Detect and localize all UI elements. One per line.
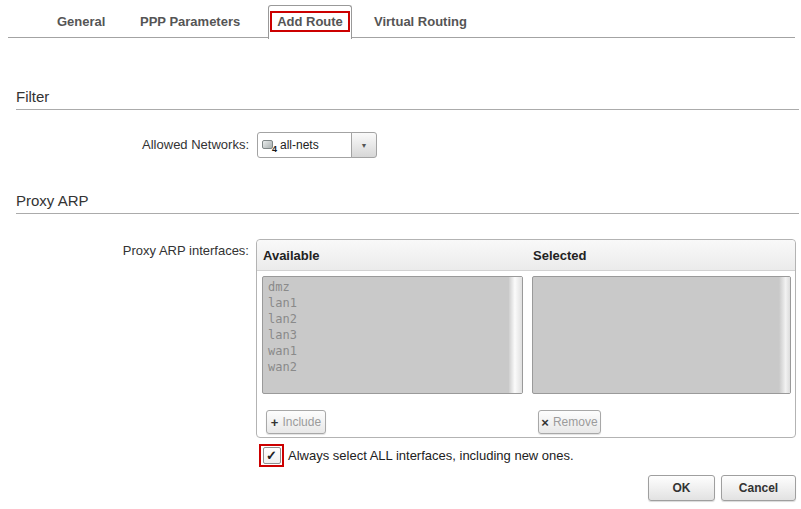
list-item[interactable]: lan2: [263, 311, 522, 327]
available-scrollbar[interactable]: [509, 277, 522, 393]
selected-scrollbar[interactable]: [779, 277, 790, 393]
checkmark-icon: ✓: [266, 449, 277, 462]
ok-button[interactable]: OK: [648, 475, 715, 501]
include-button-label: Include: [282, 415, 321, 429]
x-icon: ×: [541, 416, 549, 429]
available-listbox[interactable]: dmzlan1lan2lan3wan1wan2: [262, 276, 523, 394]
remove-button[interactable]: × Remove: [538, 410, 601, 434]
chevron-down-icon: ▼: [361, 142, 368, 149]
allowed-networks-field[interactable]: 4 all-nets: [257, 132, 352, 158]
tab-add-route[interactable]: Add Route: [268, 5, 352, 39]
remove-button-label: Remove: [553, 415, 598, 429]
ip4-icon-badge: 4: [272, 145, 277, 154]
cancel-button[interactable]: Cancel: [721, 475, 796, 501]
proxy-arp-section-heading: Proxy ARP: [16, 192, 799, 214]
list-item[interactable]: lan3: [263, 327, 522, 343]
checkbox-annotation-highlight: ✓: [259, 444, 284, 467]
always-select-all-label: Always select ALL interfaces, including …: [288, 448, 574, 463]
allowed-networks-label: Allowed Networks:: [0, 137, 249, 152]
plus-icon: +: [271, 416, 279, 429]
list-item[interactable]: wan1: [263, 343, 522, 359]
selected-listbox[interactable]: [532, 276, 791, 394]
list-item[interactable]: wan2: [263, 359, 522, 375]
proxy-arp-interfaces-label: Proxy ARP interfaces:: [0, 243, 249, 258]
tab-general[interactable]: General: [57, 14, 105, 29]
list-item[interactable]: lan1: [263, 295, 522, 311]
ok-button-label: OK: [673, 481, 691, 495]
allowed-networks-value: all-nets: [280, 138, 319, 152]
proxy-arp-duallist-widget: Available Selected dmzlan1lan2lan3wan1wa…: [256, 239, 796, 438]
tab-virtual-routing[interactable]: Virtual Routing: [374, 14, 467, 29]
list-item[interactable]: dmz: [263, 279, 522, 295]
tab-add-route-label: Add Route: [270, 11, 350, 32]
always-select-all-checkbox[interactable]: ✓: [263, 447, 281, 464]
allowed-networks-dropdown-button[interactable]: ▼: [351, 132, 377, 158]
tab-ppp-parameters[interactable]: PPP Parameters: [140, 14, 240, 29]
tab-underline: [8, 37, 795, 38]
ip4-address-icon: 4: [262, 139, 277, 152]
include-button[interactable]: + Include: [266, 410, 326, 434]
selected-column-header: Selected: [533, 248, 586, 263]
duallist-header: Available Selected: [257, 240, 795, 271]
available-column-header: Available: [263, 248, 320, 263]
cancel-button-label: Cancel: [739, 481, 778, 495]
filter-section-heading: Filter: [16, 88, 799, 110]
